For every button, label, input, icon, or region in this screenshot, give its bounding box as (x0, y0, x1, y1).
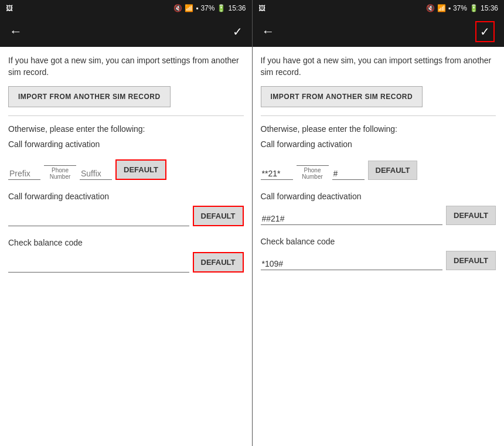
battery-icon-right: 🔋 (469, 4, 478, 12)
time-display-right: 15:36 (481, 4, 498, 12)
divider-left (8, 115, 244, 116)
mute-icon: 🔇 (173, 4, 182, 12)
balance-input-left[interactable] (8, 260, 189, 273)
balance-input-right[interactable] (261, 258, 443, 270)
deactivation-label-right: Call forwarding deactivation (261, 192, 496, 201)
status-left-right: 🖼 (258, 4, 265, 12)
status-right-right: 🔇 📶 ▪ 37% 🔋 15:36 (426, 4, 498, 12)
activation-row-right: PhoneNumber DEFAULT (261, 154, 496, 180)
phone-label-right: PhoneNumber (302, 167, 323, 180)
otherwise-text-left: Otherwise, please enter the following: (8, 124, 244, 134)
back-button-right[interactable]: ← (262, 24, 275, 39)
deactivation-row-left: DEFAULT (8, 206, 244, 226)
status-bar-right: 🖼 🔇 📶 ▪ 37% 🔋 15:36 (253, 0, 505, 16)
balance-row-left: DEFAULT (8, 252, 244, 273)
prefix-group-right (261, 168, 293, 180)
left-panel: 🖼 🔇 📶 ▪ 37% 🔋 15:36 ← ✓ If you have got … (0, 0, 252, 446)
otherwise-text-right: Otherwise, please enter the following: (261, 124, 496, 134)
suffix-group-right (332, 168, 365, 180)
wifi-icon-right: 📶 (437, 4, 446, 12)
phone-group-left: PhoneNumber (44, 154, 76, 180)
status-left: 🖼 (6, 4, 13, 12)
import-button-left[interactable]: IMPORT FROM ANOTHER SIM RECORD (8, 86, 171, 107)
prefix-group-left (8, 168, 40, 180)
default-btn-activation-left[interactable]: DEFAULT (115, 159, 166, 180)
deactivation-row-right: DEFAULT (261, 206, 496, 225)
action-bar-right: ← ✓ (253, 16, 505, 47)
default-btn-deactivation-left[interactable]: DEFAULT (193, 206, 244, 226)
phone-group-right: PhoneNumber (297, 154, 329, 180)
phone-label-left: PhoneNumber (50, 167, 71, 180)
intro-text-left: If you have got a new sim, you can impor… (8, 55, 244, 78)
suffix-input-right[interactable] (332, 168, 365, 180)
balance-label-right: Check balance code (261, 237, 496, 246)
activation-row-left: PhoneNumber DEFAULT (8, 154, 244, 180)
divider-right (261, 115, 496, 116)
default-btn-balance-left[interactable]: DEFAULT (193, 252, 244, 273)
image-icon-right: 🖼 (258, 4, 265, 12)
prefix-input-left[interactable] (8, 168, 40, 180)
back-button-left[interactable]: ← (9, 24, 22, 39)
battery-percent: 37% (200, 4, 214, 12)
phone-input-left[interactable] (44, 154, 76, 166)
battery-icon: 🔋 (217, 4, 226, 12)
right-panel: 🖼 🔇 📶 ▪ 37% 🔋 15:36 ← ✓ If you have got … (253, 0, 505, 446)
check-button-right[interactable]: ✓ (475, 21, 495, 42)
check-button-left[interactable]: ✓ (233, 25, 243, 39)
battery-percent-right: 37% (453, 4, 467, 12)
status-bar-left: 🖼 🔇 📶 ▪ 37% 🔋 15:36 (0, 0, 252, 16)
deactivation-input-left[interactable] (8, 214, 189, 226)
suffix-group-left (80, 168, 112, 180)
status-right: 🔇 📶 ▪ 37% 🔋 15:36 (173, 4, 246, 12)
balance-label-left: Check balance code (8, 238, 244, 247)
import-button-right[interactable]: IMPORT FROM ANOTHER SIM RECORD (261, 86, 423, 107)
deactivation-input-right[interactable] (261, 213, 443, 225)
content-right: If you have got a new sim, you can impor… (253, 47, 505, 446)
deactivation-label-left: Call forwarding deactivation (8, 192, 244, 201)
signal-icon-right: ▪ (448, 4, 451, 12)
activation-label-left: Call forwarding activation (8, 139, 244, 149)
activation-label-right: Call forwarding activation (261, 139, 496, 149)
default-btn-deactivation-right[interactable]: DEFAULT (446, 206, 496, 225)
image-icon: 🖼 (6, 4, 13, 12)
time-display: 15:36 (228, 4, 246, 12)
content-left: If you have got a new sim, you can impor… (0, 47, 252, 446)
default-btn-activation-right[interactable]: DEFAULT (368, 161, 418, 180)
signal-icon: ▪ (196, 4, 198, 12)
action-bar-left: ← ✓ (0, 16, 252, 47)
mute-icon-right: 🔇 (426, 4, 435, 12)
default-btn-balance-right[interactable]: DEFAULT (446, 251, 496, 270)
wifi-icon: 📶 (185, 4, 193, 12)
suffix-input-left[interactable] (80, 168, 112, 180)
prefix-input-right[interactable] (261, 168, 293, 180)
balance-row-right: DEFAULT (261, 251, 496, 270)
phone-input-right[interactable] (297, 154, 329, 166)
intro-text-right: If you have got a new sim, you can impor… (261, 55, 496, 78)
